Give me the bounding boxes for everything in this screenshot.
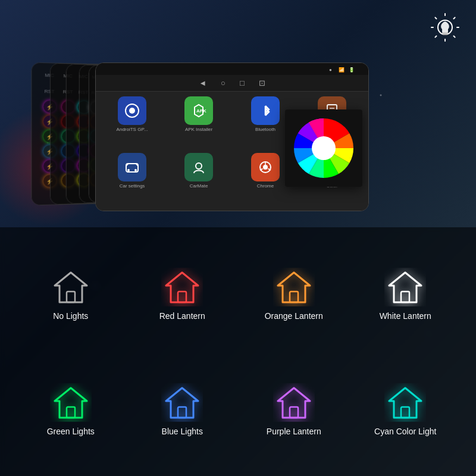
svg-rect-31: [178, 407, 186, 418]
svg-rect-33: [401, 407, 409, 418]
status-bar: ● 📶 🔋: [96, 63, 368, 75]
bulb-icon: [428, 11, 462, 44]
nav-home: ○: [221, 79, 226, 87]
svg-rect-26: [67, 292, 75, 302]
light-label-white-lantern: White Lantern: [380, 311, 431, 321]
light-label-red-lantern: Red Lantern: [159, 311, 205, 321]
light-item-no-lights[interactable]: No Lights: [18, 239, 124, 349]
svg-point-25: [313, 137, 334, 159]
color-wheel-overlay: [285, 109, 362, 187]
svg-rect-30: [67, 407, 75, 418]
svg-text:🔋: 🔋: [349, 67, 355, 73]
app-label-androidts: AndroiTS GP...: [117, 127, 148, 132]
svg-point-13: [127, 169, 130, 171]
svg-point-14: [134, 169, 137, 171]
nav-back: ◄: [199, 79, 206, 87]
light-item-white-lantern[interactable]: White Lantern: [353, 239, 459, 349]
app-apk[interactable]: APK APK Installer: [167, 96, 230, 149]
house-icon-green-lights: [50, 383, 92, 422]
app-label-bluetooth: Bluetooth: [255, 127, 275, 132]
nav-bar: ◄ ○ □ ⊡: [96, 75, 368, 92]
app-label-chrome: Chrome: [257, 183, 274, 189]
svg-point-17: [263, 165, 268, 170]
svg-rect-27: [178, 292, 186, 302]
light-label-orange-lantern: Orange Lantern: [265, 311, 323, 321]
svg-rect-28: [290, 292, 298, 302]
light-label-green-lights: Green Lights: [47, 427, 95, 436]
light-item-orange-lantern[interactable]: Orange Lantern: [241, 239, 347, 349]
light-item-blue-lights[interactable]: Blue Lights: [130, 355, 236, 464]
house-icon-orange-lantern: [273, 268, 315, 306]
app-androidts[interactable]: AndroiTS GP...: [101, 96, 164, 149]
app-label-carmate: CarMate: [190, 183, 208, 189]
house-icon-white-lantern: [384, 268, 426, 306]
app-carmate[interactable]: CarMate: [167, 153, 230, 206]
svg-rect-32: [290, 407, 298, 418]
light-label-purple-lantern: Purple Lantern: [267, 427, 321, 436]
house-icon-no-lights: [50, 268, 92, 306]
house-icon-blue-lights: [161, 383, 203, 422]
light-grid: No LightsRed LanternOrange LanternWhite …: [18, 239, 458, 464]
house-icon-cyan-color-light: [384, 383, 426, 422]
svg-rect-29: [401, 292, 409, 302]
nav-recent: □: [240, 79, 245, 87]
light-label-no-lights: No Lights: [53, 311, 88, 321]
light-item-purple-lantern[interactable]: Purple Lantern: [241, 355, 347, 464]
main-screen: ● 📶 🔋 ◄ ○ □ ⊡: [95, 62, 369, 211]
svg-point-15: [196, 163, 202, 169]
light-label-blue-lights: Blue Lights: [162, 427, 203, 436]
header: [0, 0, 476, 48]
light-item-red-lantern[interactable]: Red Lantern: [130, 239, 236, 349]
light-item-green-lights[interactable]: Green Lights: [18, 355, 124, 464]
svg-text:APK: APK: [196, 108, 206, 114]
svg-rect-2: [443, 34, 447, 35]
app-label-car-settings: Car settings: [120, 183, 145, 189]
screens-area: MIC RST ⚡ ⚡ ⚡ ⚡ ⚡ ⚡ MIC RST: [0, 48, 476, 226]
app-car-settings[interactable]: Car settings: [101, 153, 164, 206]
house-icon-red-lantern: [161, 268, 203, 306]
svg-point-7: [129, 108, 135, 114]
apps-grid: AndroiTS GP... APK APK Installer: [96, 92, 368, 211]
light-label-cyan-color-light: Cyan Color Light: [374, 427, 436, 436]
app-label-apk: APK Installer: [185, 127, 212, 132]
bottom-section: No LightsRed LanternOrange LanternWhite …: [0, 227, 476, 476]
svg-rect-1: [442, 32, 448, 34]
house-icon-purple-lantern: [273, 383, 315, 422]
svg-text:📶: 📶: [339, 67, 345, 73]
light-item-cyan-color-light[interactable]: Cyan Color Light: [353, 355, 459, 464]
svg-text:●: ●: [329, 67, 332, 73]
nav-other: ⊡: [259, 79, 265, 87]
